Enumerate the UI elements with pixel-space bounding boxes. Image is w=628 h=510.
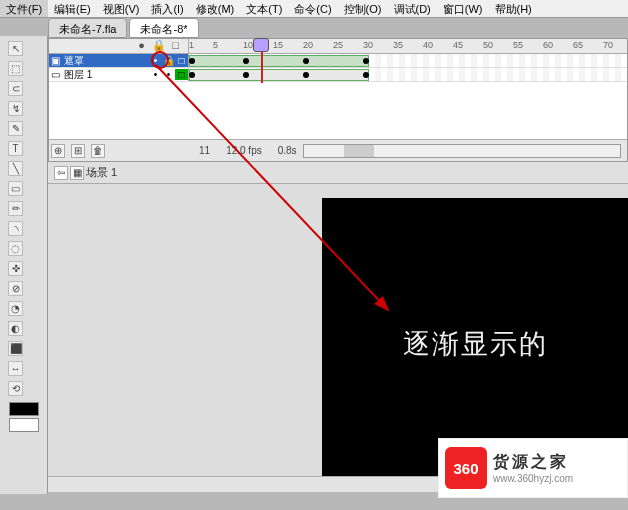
keyframe[interactable] [363,58,369,64]
document-tabs: 未命名-7.fla 未命名-8* [48,18,201,38]
tool-bucket[interactable]: ⊘ [8,281,23,296]
stroke-color[interactable] [9,402,39,416]
tab-doc-1[interactable]: 未命名-8* [129,18,198,38]
keyframe[interactable] [303,58,309,64]
ruler-mark: 55 [513,40,523,50]
stage-text: 逐渐显示的 [403,326,548,362]
menu-help[interactable]: 帮助(H) [489,0,538,17]
layer-column-headers: ● 🔒 □ [49,39,189,53]
timeline-status: ⊕ ⊞ 🗑 11 12.0 fps 0.8s [49,139,627,161]
menu-control[interactable]: 控制(O) [338,0,388,17]
layer-outline-dot[interactable]: □ [175,69,188,80]
ruler-mark: 25 [333,40,343,50]
layer-name: 遮罩 [62,54,149,68]
keyframe[interactable] [189,58,195,64]
ruler-mark: 40 [423,40,433,50]
menu-insert[interactable]: 插入(I) [145,0,189,17]
layer-name: 图层 1 [62,68,149,82]
watermark-title: 货源之家 [493,452,573,473]
ruler-mark: 5 [213,40,218,50]
ruler-mark: 45 [453,40,463,50]
back-button[interactable]: ⇦ [54,166,68,180]
menu-modify[interactable]: 修改(M) [190,0,241,17]
outline-icon[interactable]: □ [169,39,182,52]
tool-dropper[interactable]: ◔ [8,301,23,316]
tool-oval[interactable]: ◌ [8,241,23,256]
menu-debug[interactable]: 调试(D) [388,0,437,17]
current-frame: 11 [199,145,210,156]
tool-brush[interactable]: ৲ [8,221,23,236]
layer-vis-dot[interactable]: • [149,69,162,80]
watermark-logo: 360 [445,447,487,489]
mask-layer-icon: ▣ [49,55,62,66]
ruler-mark: 50 [483,40,493,50]
tool-line[interactable]: ╲ [8,161,23,176]
tab-doc-0[interactable]: 未命名-7.fla [48,18,127,38]
tool-text[interactable]: T [8,141,23,156]
tool-select[interactable]: ↖ [8,41,23,56]
keyframe[interactable] [303,72,309,78]
scrollbar-thumb[interactable] [344,145,374,157]
tool-pencil[interactable]: ✏ [8,201,23,216]
tool-zoom-h[interactable]: ↔ [8,361,23,376]
tool-eraser[interactable]: ◐ [8,321,23,336]
ruler-mark: 1 [189,40,194,50]
timeline-scrollbar[interactable] [303,144,621,158]
keyframe[interactable] [243,72,249,78]
new-folder-button[interactable]: ⊞ [71,144,85,158]
tool-pen[interactable]: ✎ [8,121,23,136]
fill-color[interactable] [9,418,39,432]
watermark: 360 货源之家 www.360hyzj.com [438,438,628,498]
layer-icon: ▭ [49,69,62,80]
tool-hand[interactable]: ⬛ [8,341,23,356]
tool-panel: ↖ ⬚ ⊂ ↯ ✎ T ╲ ▭ ✏ ৲ ◌ ✜ ⊘ ◔ ◐ ⬛ ↔ ⟲ [0,36,48,494]
layer-mask[interactable]: ▣ 遮罩 • 🔒 □ [49,54,627,68]
eye-icon[interactable]: ● [135,39,148,52]
timeline: ● 🔒 □ 151015202530354045505560657075 ▣ 遮… [48,38,628,162]
menu-edit[interactable]: 编辑(E) [48,0,97,17]
tool-subselect[interactable]: ⬚ [8,61,23,76]
layer-frames[interactable] [189,68,627,81]
tool-transform[interactable]: ↯ [8,101,23,116]
ruler-mark: 15 [273,40,283,50]
keyframe[interactable] [243,58,249,64]
ruler-mark: 30 [363,40,373,50]
layer-1[interactable]: ▭ 图层 1 • • □ [49,68,627,82]
menu-bar: 文件(F) 编辑(E) 视图(V) 插入(I) 修改(M) 文本(T) 命令(C… [0,0,628,18]
ruler-mark: 10 [243,40,253,50]
scene-icon: ▦ [70,166,84,180]
ruler-mark: 35 [393,40,403,50]
tool-lasso[interactable]: ⊂ [8,81,23,96]
time-label: 0.8s [278,145,297,156]
tool-rect[interactable]: ▭ [8,181,23,196]
tool-ink[interactable]: ✜ [8,261,23,276]
ruler-mark: 60 [543,40,553,50]
keyframe[interactable] [363,72,369,78]
delete-layer-button[interactable]: 🗑 [91,144,105,158]
ruler-mark: 20 [303,40,313,50]
menu-command[interactable]: 命令(C) [288,0,337,17]
menu-view[interactable]: 视图(V) [97,0,146,17]
lock-highlight-icon [151,51,169,69]
scene-label: 场景 1 [86,165,117,180]
scene-bar: ⇦ ▦ 场景 1 [48,162,628,184]
keyframe[interactable] [189,72,195,78]
menu-file[interactable]: 文件(F) [0,0,48,17]
playhead[interactable] [261,39,263,83]
menu-window[interactable]: 窗口(W) [437,0,489,17]
layer-frames[interactable] [189,54,627,67]
fps-label: 12.0 fps [226,145,262,156]
tool-rot[interactable]: ⟲ [8,381,23,396]
new-layer-button[interactable]: ⊕ [51,144,65,158]
menu-text[interactable]: 文本(T) [240,0,288,17]
ruler-mark: 70 [603,40,613,50]
layer-lock-dot[interactable]: • [162,69,175,80]
ruler-mark: 65 [573,40,583,50]
watermark-url: www.360hyzj.com [493,473,573,484]
layer-outline-dot[interactable]: □ [175,55,188,66]
